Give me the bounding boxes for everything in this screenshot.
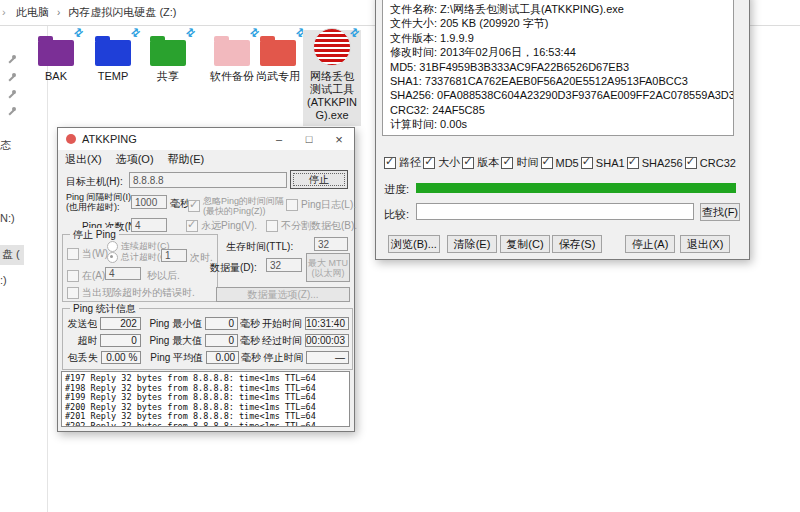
file-item-share[interactable]: ⇄ 共享 [139, 32, 197, 83]
checkbox-icon [188, 200, 200, 212]
timeout-count-value: 0 [100, 334, 140, 347]
size-checkbox[interactable]: 大小 [423, 155, 460, 170]
target-host-input[interactable]: 8.8.8.8 [129, 172, 287, 188]
minimize-button[interactable]: – [264, 128, 294, 150]
checkbox-icon [462, 157, 474, 169]
sidebar-item[interactable]: :) [0, 274, 7, 286]
file-label: 共享 [139, 70, 197, 83]
checkbox-icon [501, 157, 513, 169]
ping-log-output[interactable]: #197 Reply 32 bytes from 8.8.8.8: time<1… [61, 371, 350, 427]
menu-options[interactable]: 选项(O) [109, 152, 161, 167]
no-fragment-checkbox[interactable]: 不分割数据包(B). [266, 219, 357, 233]
data-size-options-button[interactable]: 数据量选项(Z)... [216, 287, 350, 302]
checkbox-icon [423, 157, 435, 169]
file-label: 网络丢包测试工具(ATKKPING).exe [303, 70, 361, 122]
folder-icon [150, 40, 186, 66]
crc32-checkbox[interactable]: CRC32 [685, 157, 736, 169]
breadcrumb-root[interactable]: 此电脑 [16, 5, 49, 20]
target-host-label: 目标主机(H): [66, 175, 123, 189]
file-label: BAK [27, 70, 85, 83]
file-item-bak[interactable]: ⇄ BAK [27, 32, 85, 83]
maximize-button[interactable]: □ [294, 128, 324, 150]
checkbox-icon [541, 157, 553, 169]
start-time-value: 10:31:40 [305, 317, 349, 330]
menu-help[interactable]: 帮助(E) [161, 152, 212, 167]
interval-unit-label: 毫秒 [170, 197, 190, 211]
sidebar-item-selected[interactable]: 盘 ( [0, 245, 24, 265]
ping-count-input[interactable]: 4 [131, 218, 167, 232]
checkbox-icon [627, 157, 639, 169]
atkkping-app-icon [313, 28, 351, 66]
md5-line: MD5: 31BF4959B3B333AC9FA22B6526D67EB3 [390, 60, 727, 74]
sha256-line: SHA256: 0FA088538C604A23290D3F9376AE009F… [390, 88, 727, 102]
compare-input[interactable] [416, 203, 694, 220]
modified-time-line: 修改时间: 2013年02月06日，16:53:44 [390, 45, 727, 59]
sha1-checkbox[interactable]: SHA1 [581, 157, 625, 169]
hash-option-row: 路径 大小 版本 时间 MD5 SHA1 SHA256 CRC32 [384, 155, 736, 170]
interval-input[interactable]: 1000 [131, 195, 167, 209]
file-version-line: 文件版本: 1.9.9.9 [390, 31, 727, 45]
file-item-temp[interactable]: ⇄ TEMP [84, 32, 142, 83]
sidebar-item[interactable]: N:) [0, 212, 15, 224]
stop-on-error-checkbox[interactable]: 当出现除超时外的错误时. [67, 286, 195, 300]
data-size-input[interactable]: 32 [266, 258, 302, 272]
version-checkbox[interactable]: 版本 [462, 155, 499, 170]
checkbox-icon [186, 220, 198, 232]
sent-count-value: 202 [100, 317, 140, 330]
crc32-line: CRC32: 24AF5C85 [390, 103, 727, 117]
stop-time-value: — [306, 351, 349, 364]
breadcrumb-location[interactable]: 内存虚拟闪电硬盘 (Z:) [68, 5, 176, 20]
radio-icon [107, 252, 118, 263]
timeout-times-input[interactable]: 1 [161, 249, 187, 262]
find-button[interactable]: 查找(F) [700, 203, 740, 221]
browse-button[interactable]: 浏览(B)... [388, 235, 440, 253]
desktop: › 此电脑 › 内存虚拟闪电硬盘 (Z:) 态 N:) 盘 ( :) ⇄ BAK… [0, 0, 800, 512]
menu-exit[interactable]: 退出(X) [58, 152, 109, 167]
time-checkbox[interactable]: 时间 [501, 155, 538, 170]
close-button[interactable]: × [324, 128, 354, 150]
stop-after-checkbox[interactable]: 在(A) [67, 269, 105, 283]
stats-row: 包丢失0.00 % Ping 平均值0.00 毫秒 停止时间— [63, 349, 352, 366]
folder-icon [95, 40, 131, 66]
md5-checkbox[interactable]: MD5 [541, 157, 579, 169]
hash-stop-button[interactable]: 停止(A) [625, 235, 675, 253]
folder-icon [214, 40, 250, 66]
pin-icon [7, 73, 16, 82]
save-button[interactable]: 保存(S) [552, 235, 602, 253]
checkbox-icon [67, 248, 79, 260]
ttl-input[interactable]: 32 [314, 237, 348, 251]
path-checkbox[interactable]: 路径 [384, 155, 421, 170]
stats-row: 发送包202 Ping 最小值0 毫秒 开始时间10:31:40 [63, 315, 352, 332]
sidebar-item[interactable]: 态 [0, 138, 11, 153]
checkbox-icon [581, 157, 593, 169]
file-label: TEMP [84, 70, 142, 83]
stop-after-input[interactable]: 4 [105, 267, 141, 280]
progress-bar [416, 183, 736, 193]
ping-min-value: 0 [205, 317, 238, 330]
ignore-interval-checkbox[interactable]: 忽略Ping的时间间隔 (最快的Ping(Z)) [188, 196, 284, 216]
file-item-dedicated[interactable]: ⇄ 尚武专用 [249, 32, 307, 83]
copy-button[interactable]: 复制(C) [500, 235, 550, 253]
breadcrumb-back-chevron[interactable]: › [2, 6, 6, 18]
sha1-line: SHA1: 7337681CA762EAEB0F56A20E5512A9513F… [390, 74, 727, 88]
clear-button[interactable]: 清除(E) [447, 235, 497, 253]
pin-icon [7, 90, 16, 99]
file-item-atkkping-exe-selected[interactable]: ⇄ 网络丢包测试工具(ATKKPING).exe [303, 30, 361, 126]
navpane-divider [47, 26, 48, 512]
ping-log-checkbox[interactable]: Ping日志(L). [286, 198, 356, 212]
app-icon [66, 134, 76, 144]
sha256-checkbox[interactable]: SHA256 [627, 157, 683, 169]
folder-icon [38, 40, 74, 66]
breadcrumb: 此电脑 › 内存虚拟闪电硬盘 (Z:) [16, 5, 177, 20]
data-size-label: 数据量(D): [210, 261, 257, 275]
stop-button[interactable]: 停止 [290, 170, 348, 189]
checkbox-icon [685, 157, 697, 169]
file-info-box[interactable]: 文件名称: Z:\网络丢包测试工具(ATKKPING).exe 文件大小: 20… [382, 0, 734, 136]
stop-when-checkbox[interactable]: 当(W) [67, 247, 108, 261]
ping-forever-checkbox[interactable]: 永远Ping(V). [186, 219, 257, 233]
atkkping-window: ATKKPING – □ × 退出(X) 选项(O) 帮助(E) 目标主机(H)… [57, 127, 355, 432]
interval-label: Ping 间隔时间(I) (也用作超时): [66, 192, 131, 212]
exit-button[interactable]: 退出(X) [680, 235, 730, 253]
checkbox-icon [67, 287, 79, 299]
max-mtu-button[interactable]: 最大 MTU (以太网) [306, 253, 350, 282]
